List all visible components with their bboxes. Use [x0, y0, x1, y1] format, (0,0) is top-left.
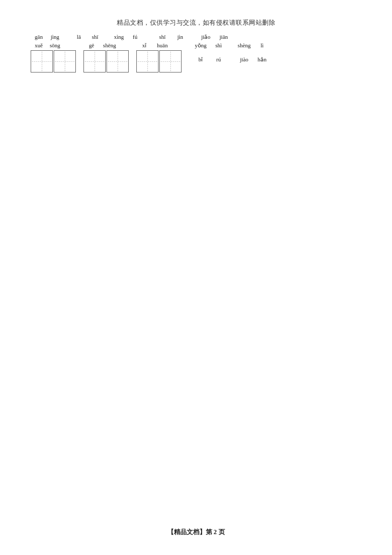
right-line1: shī jìn jiǎo jiān — [153, 33, 233, 41]
r3-p2: rú — [210, 55, 228, 64]
r2-p4: lì — [253, 41, 271, 50]
watermark: 精品文档，仅供学习与交流，如有侵权请联系网站删除 — [31, 19, 361, 27]
box-group2: gē shēng — [84, 41, 129, 73]
bg1-box1 — [31, 50, 53, 72]
g1-pinyin: gān jìng — [31, 33, 63, 41]
box-group1: xuě sōng — [31, 41, 76, 73]
bg3-box2 — [159, 50, 182, 72]
right-text-section: yǒng shì shèng lì bǐ rú jiào hǎn — [192, 41, 271, 64]
r1-p3: jiǎo — [197, 33, 215, 41]
pinyin-line1: gān jìng lā shī xìng fú shī jìn jiǎo jiā… — [31, 33, 361, 41]
rt-row2: yǒng shì shèng lì — [192, 41, 271, 50]
rsep2 — [228, 41, 235, 50]
g1-p1: gān — [31, 33, 47, 41]
bg2-box2 — [107, 50, 129, 72]
bg3-p2: huān — [153, 41, 172, 50]
bg1-p2: sōng — [47, 41, 63, 50]
bg1-box2 — [54, 50, 76, 72]
pinyin-boxes-line: xuě sōng gē shēng — [31, 41, 361, 73]
footer: 【精品文档】第 2 页 — [0, 528, 392, 536]
bg1-p1: xuě — [31, 41, 47, 50]
g2-p2: shī — [87, 33, 103, 41]
r1-p1: shī — [153, 33, 171, 41]
boxes-section: xuě sōng gē shēng — [31, 41, 182, 73]
r3-p4: hǎn — [253, 55, 271, 64]
r3-p1: bǐ — [192, 55, 210, 64]
bg3-p1: xǐ — [136, 41, 153, 50]
bg3-box1 — [136, 50, 159, 72]
bg2-boxes — [84, 50, 129, 72]
bg2-p1: gē — [84, 41, 100, 50]
g3-p2: fú — [127, 33, 143, 41]
bg2-py: gē shēng — [84, 41, 119, 50]
rsep3 — [228, 55, 235, 64]
r2-p1: yǒng — [192, 41, 210, 50]
r1-p2: jìn — [171, 33, 189, 41]
bg2-p2: shēng — [100, 41, 119, 50]
r2-p3: shèng — [235, 41, 253, 50]
bg1-boxes — [31, 50, 76, 72]
g3-p1: xìng — [111, 33, 127, 41]
g1-p2: jìng — [47, 33, 63, 41]
bg3-boxes — [136, 50, 182, 72]
g2-p1: lā — [71, 33, 87, 41]
r3-p3: jiào — [235, 55, 253, 64]
bg3-py: xǐ huān — [136, 41, 172, 50]
g3-pinyin: xìng fú — [111, 33, 143, 41]
g2-pinyin: lā shī — [71, 33, 103, 41]
r2-p2: shì — [210, 41, 228, 50]
box-group3: xǐ huān — [136, 41, 182, 73]
r1-p4: jiān — [215, 33, 233, 41]
rsep1 — [189, 33, 197, 41]
accurate-page: 精品文档，仅供学习与交流，如有侵权请联系网站删除 gān jìng lā shī… — [0, 0, 392, 555]
bg2-box1 — [84, 50, 106, 72]
content-area: gān jìng lā shī xìng fú shī jìn jiǎo jiā… — [31, 33, 361, 72]
rt-row3: bǐ rú jiào hǎn — [192, 55, 271, 64]
bg1-py: xuě sōng — [31, 41, 63, 50]
